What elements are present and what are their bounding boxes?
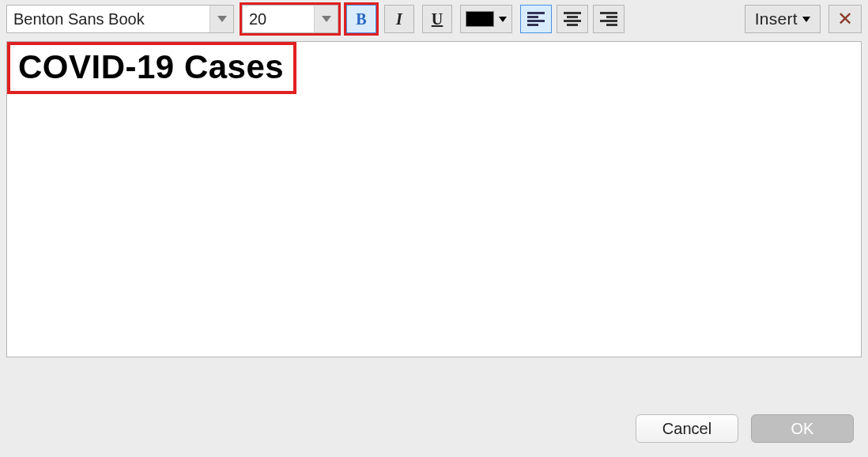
align-right-button[interactable] xyxy=(593,5,625,33)
ok-label: OK xyxy=(791,420,814,438)
svg-rect-1 xyxy=(527,16,538,18)
svg-rect-9 xyxy=(606,16,617,18)
align-center-icon xyxy=(564,12,581,26)
bold-button[interactable]: B xyxy=(346,5,376,33)
svg-rect-2 xyxy=(527,20,545,22)
svg-rect-8 xyxy=(600,12,617,14)
title-text[interactable]: COVID-19 Cases xyxy=(12,45,293,93)
cancel-button[interactable]: Cancel xyxy=(636,414,738,443)
close-icon: ✕ xyxy=(837,8,853,30)
chevron-down-icon xyxy=(802,17,810,22)
chevron-down-icon xyxy=(322,16,331,22)
italic-label: I xyxy=(396,10,402,28)
title-highlight-box: COVID-19 Cases xyxy=(7,42,296,94)
font-name-dropdown-arrow[interactable] xyxy=(209,6,233,32)
underline-label: U xyxy=(432,10,443,28)
clear-button[interactable]: ✕ xyxy=(828,5,862,33)
italic-button[interactable]: I xyxy=(384,5,414,33)
svg-rect-11 xyxy=(606,24,617,26)
color-swatch-icon xyxy=(466,11,494,27)
editor-area-wrap: COVID-19 Cases xyxy=(6,41,862,357)
text-editor[interactable]: COVID-19 Cases xyxy=(6,41,862,357)
svg-rect-6 xyxy=(564,20,581,22)
cancel-label: Cancel xyxy=(662,420,711,438)
font-size-dropdown-arrow[interactable] xyxy=(314,6,338,32)
svg-rect-5 xyxy=(567,16,578,18)
align-center-button[interactable] xyxy=(557,5,588,33)
svg-rect-7 xyxy=(567,24,578,26)
svg-rect-3 xyxy=(527,24,538,26)
align-left-button[interactable] xyxy=(520,5,552,33)
font-name-value: Benton Sans Book xyxy=(13,10,145,28)
svg-rect-10 xyxy=(600,20,617,22)
text-color-button[interactable] xyxy=(460,5,512,33)
svg-rect-4 xyxy=(564,12,581,14)
ok-button[interactable]: OK xyxy=(751,414,854,443)
font-name-select[interactable]: Benton Sans Book xyxy=(6,5,234,33)
dialog-root: Benton Sans Book 20 B I U xyxy=(0,0,868,457)
text-format-toolbar: Benton Sans Book 20 B I U xyxy=(0,0,868,38)
chevron-down-icon xyxy=(217,16,227,22)
svg-rect-0 xyxy=(527,12,545,14)
font-size-select[interactable]: 20 xyxy=(242,5,338,33)
align-left-icon xyxy=(527,12,545,26)
underline-button[interactable]: U xyxy=(422,5,452,33)
align-right-icon xyxy=(600,12,617,26)
alignment-group xyxy=(520,5,625,33)
font-size-value: 20 xyxy=(249,10,266,28)
bold-label: B xyxy=(356,10,366,28)
dialog-footer: Cancel OK xyxy=(0,403,868,457)
insert-label: Insert xyxy=(755,9,798,28)
chevron-down-icon xyxy=(499,17,507,22)
insert-button[interactable]: Insert xyxy=(745,5,821,33)
